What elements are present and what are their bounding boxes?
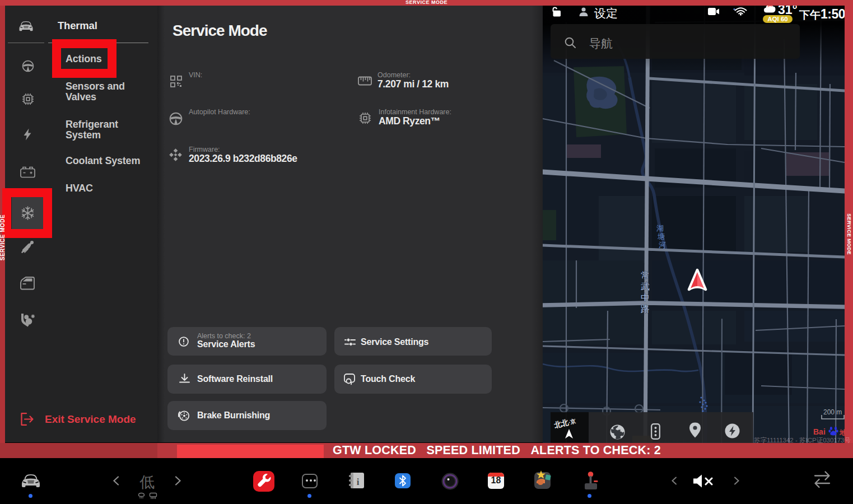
svg-text:塘: 塘 bbox=[658, 232, 665, 241]
svg-text:路: 路 bbox=[641, 304, 650, 314]
svg-text:i: i bbox=[357, 477, 360, 487]
svg-text:中: 中 bbox=[641, 293, 650, 302]
svg-text:武: 武 bbox=[641, 282, 650, 291]
svg-text:湖: 湖 bbox=[656, 224, 664, 232]
svg-text:河: 河 bbox=[659, 241, 666, 249]
svg-text:常: 常 bbox=[641, 270, 650, 280]
